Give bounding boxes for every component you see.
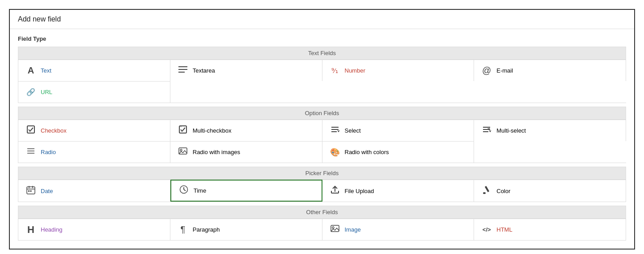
field-item-empty-2 [322, 81, 475, 103]
field-label-color: Color [496, 188, 510, 194]
paragraph-icon: ¶ [178, 224, 188, 235]
field-item-text[interactable]: A Text [18, 60, 170, 81]
field-item-radio-colors[interactable]: 🎨 Radio with colors [322, 141, 475, 163]
field-label-textarea: Textarea [193, 67, 215, 74]
svg-line-25 [184, 189, 186, 191]
text-fields-header: Text Fields [18, 47, 626, 60]
other-fields-grid: H Heading ¶ Paragraph Image </> HTML [18, 219, 626, 241]
radio-colors-icon: 🎨 [330, 147, 340, 157]
picker-fields-grid: Date Time File Upload Colo [18, 180, 626, 202]
field-label-multi-checkbox: Multi-checkbox [193, 127, 232, 134]
field-item-file-upload[interactable]: File Upload [322, 180, 475, 202]
field-item-number[interactable]: ⁹⁄₁ Number [322, 60, 475, 81]
field-item-url[interactable]: 🔗 URL [18, 81, 170, 103]
svg-point-16 [180, 149, 182, 151]
textarea-icon [178, 65, 188, 76]
field-item-paragraph[interactable]: ¶ Paragraph [170, 219, 322, 240]
radio-images-icon [178, 147, 188, 157]
image-icon [330, 224, 340, 235]
svg-rect-31 [331, 225, 339, 232]
picker-fields-header: Picker Fields [18, 167, 626, 180]
time-icon [178, 185, 189, 196]
option-fields-header: Option Fields [18, 107, 626, 120]
field-label-radio-images: Radio with images [193, 149, 240, 155]
html-icon: </> [481, 226, 492, 233]
multi-select-icon [481, 125, 492, 136]
field-item-radio[interactable]: Radio [18, 141, 170, 163]
field-label-heading: Heading [41, 226, 62, 233]
dialog-body: Field Type Text Fields A Text Textarea ⁹… [10, 29, 634, 249]
field-label-number: Number [345, 67, 365, 74]
other-fields-header: Other Fields [18, 206, 626, 219]
field-item-select[interactable]: Select [322, 120, 475, 141]
field-item-multi-select[interactable]: Multi-select [474, 120, 626, 141]
field-item-empty-3 [474, 81, 626, 103]
field-label-select: Select [345, 127, 361, 134]
field-label-image: Image [345, 226, 361, 233]
field-item-textarea[interactable]: Textarea [170, 60, 322, 81]
field-item-date[interactable]: Date [18, 180, 170, 202]
color-icon [481, 185, 492, 197]
field-label-date: Date [41, 188, 53, 194]
svg-rect-22 [30, 190, 32, 192]
select-icon [330, 125, 340, 136]
field-item-multi-checkbox[interactable]: Multi-checkbox [170, 120, 322, 141]
svg-rect-3 [27, 126, 34, 133]
multi-checkbox-icon [178, 125, 188, 136]
email-icon: @ [481, 65, 492, 76]
field-label-radio: Radio [41, 149, 56, 155]
number-icon: ⁹⁄₁ [330, 67, 340, 75]
svg-rect-21 [28, 190, 30, 192]
field-item-time[interactable]: Time [170, 180, 322, 202]
heading-icon: H [25, 224, 36, 236]
field-type-label: Field Type [18, 35, 626, 42]
field-label-multi-select: Multi-select [496, 127, 526, 134]
field-item-color[interactable]: Color [474, 180, 626, 202]
radio-icon [25, 147, 36, 157]
field-item-html[interactable]: </> HTML [474, 219, 626, 240]
date-icon [25, 185, 36, 197]
field-label-radio-colors: Radio with colors [345, 149, 389, 155]
checkbox-icon [25, 125, 36, 136]
field-label-url: URL [41, 89, 52, 95]
option-empty [474, 141, 626, 163]
file-upload-icon [330, 185, 340, 197]
field-item-heading[interactable]: H Heading [18, 219, 170, 240]
add-field-dialog: Add new field Field Type Text Fields A T… [9, 9, 635, 250]
url-icon: 🔗 [25, 88, 36, 96]
text-icon: A [25, 65, 36, 76]
field-label-html: HTML [496, 226, 512, 233]
svg-point-30 [483, 192, 486, 194]
field-item-checkbox[interactable]: Checkbox [18, 120, 170, 141]
field-item-radio-images[interactable]: Radio with images [170, 141, 322, 163]
field-label-paragraph: Paragraph [193, 226, 220, 233]
svg-rect-15 [179, 148, 187, 154]
field-label-email: E-mail [496, 67, 513, 74]
field-item-empty-1 [170, 81, 322, 103]
field-label-checkbox: Checkbox [41, 127, 67, 134]
field-label-text: Text [41, 67, 51, 74]
text-fields-grid: A Text Textarea ⁹⁄₁ Number @ E-mail [18, 60, 626, 103]
svg-rect-29 [485, 185, 489, 192]
dialog-title: Add new field [10, 10, 634, 29]
field-label-file-upload: File Upload [345, 188, 374, 194]
field-label-time: Time [194, 187, 206, 194]
option-fields-grid: Checkbox Multi-checkbox [18, 120, 626, 163]
field-item-image[interactable]: Image [322, 219, 475, 240]
field-item-email[interactable]: @ E-mail [474, 60, 626, 81]
svg-point-32 [332, 227, 334, 228]
